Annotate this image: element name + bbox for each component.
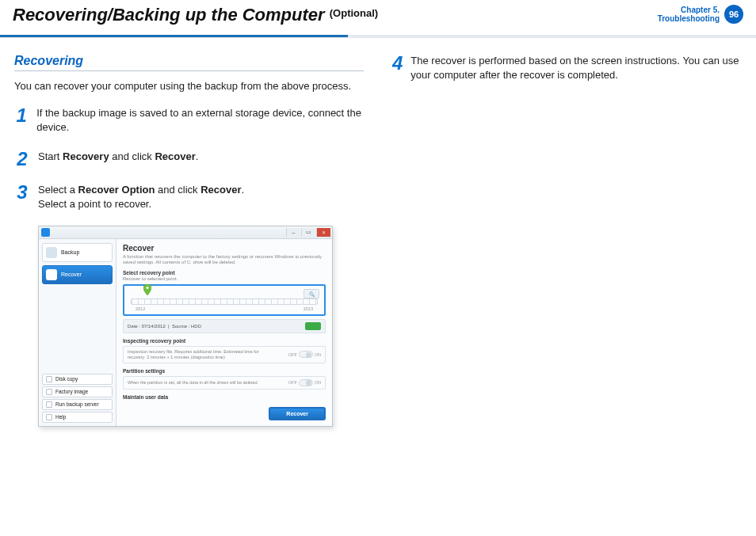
- text-bold: Recover: [200, 184, 241, 196]
- step-number: 3: [14, 183, 30, 211]
- text-frag: and click: [155, 184, 200, 196]
- sidebar-item-label: Recover: [61, 272, 82, 277]
- step-number: 4: [392, 54, 403, 82]
- sidebar-item-backup[interactable]: Backup: [42, 243, 113, 262]
- recovery-point-info: Date : 07/14/2012 | Source : HDD: [123, 319, 326, 333]
- info-text: Date : 07/14/2012 | Source : HDD: [128, 324, 201, 329]
- panel-desc: A function that recovers the computer to…: [123, 254, 326, 265]
- sidebar-item-recover[interactable]: Recover: [42, 265, 113, 284]
- text-frag: and click: [109, 150, 155, 162]
- inspecting-toggle[interactable]: OFF ON: [288, 351, 321, 358]
- recover-icon: [46, 269, 57, 280]
- sidebar-btn-disk-copy[interactable]: Disk copy: [42, 374, 113, 385]
- step-1: 1 If the backup image is saved to an ext…: [14, 106, 364, 135]
- text-bold: Recover Option: [78, 184, 155, 196]
- sidebar-btn-help[interactable]: Help: [42, 412, 113, 423]
- step-3: 3 Select a Recover Option and click Reco…: [14, 183, 364, 211]
- toggle-off-label: OFF: [288, 352, 297, 358]
- sidebar-item-label: Backup: [61, 249, 79, 255]
- chapter-line1: Chapter 5.: [658, 6, 720, 15]
- option-desc: When the partition is set, all the data …: [128, 380, 258, 386]
- title-optional: (Optional): [330, 7, 378, 19]
- page-number: 96: [729, 10, 739, 19]
- column-right: 4 The recover is performed based on the …: [392, 54, 742, 427]
- window-minimize-button[interactable]: –: [286, 228, 300, 237]
- partition-toggle[interactable]: OFF ON: [288, 379, 321, 386]
- sidebar-btn-run-backup-server[interactable]: Run backup server: [42, 399, 113, 410]
- step-number: 1: [14, 106, 29, 135]
- label: Source :: [172, 324, 189, 329]
- recover-button[interactable]: Recover: [269, 407, 326, 420]
- select-recovery-point-heading: Select recovery point: [123, 270, 326, 276]
- backup-icon: [46, 247, 57, 258]
- page-body: Recovering You can recover your computer…: [0, 38, 756, 427]
- label: Date :: [128, 324, 140, 329]
- sidebar-btn-label: Disk copy: [55, 376, 78, 382]
- source-badge-icon: [305, 322, 321, 330]
- text-frag: Select a: [38, 184, 78, 196]
- help-icon: [46, 414, 52, 420]
- sidebar-btn-label: Help: [55, 414, 66, 420]
- chapter-line2: Troubleshooting: [658, 14, 720, 24]
- window-maximize-button[interactable]: ▭: [301, 228, 315, 237]
- recovering-intro: You can recover your computer using the …: [14, 79, 364, 93]
- sidebar-btn-label: Run backup server: [55, 401, 99, 407]
- separator: |: [168, 324, 170, 329]
- text-frag: Start: [38, 150, 63, 162]
- value: 07/14/2012: [142, 324, 166, 329]
- step-1-text: If the backup image is saved to an exter…: [36, 106, 364, 135]
- toggle-switch-icon: [299, 351, 313, 358]
- timeline-year: 2012: [136, 306, 145, 311]
- inspecting-heading: Inspecting recovery point: [123, 338, 326, 344]
- partition-heading: Partition settings: [123, 368, 326, 374]
- partition-row: When the partition is set, all the data …: [123, 376, 326, 390]
- sidebar-btn-label: Factory image: [55, 389, 88, 394]
- window-titlebar: – ▭ ×: [39, 226, 332, 239]
- header-divider: [0, 35, 756, 37]
- sidebar-btn-factory-image[interactable]: Factory image: [42, 386, 113, 397]
- text-bold: Recovery: [63, 150, 109, 162]
- step-2-text: Start Recovery and click Recover.: [38, 150, 198, 169]
- sidebar-top: Backup Recover: [39, 239, 116, 291]
- select-recovery-point-desc: Recover to selected point.: [123, 276, 326, 281]
- panel-title: Recover: [123, 244, 326, 253]
- svg-point-0: [146, 287, 148, 289]
- toggle-switch-icon: [299, 379, 313, 386]
- header-right: Chapter 5. Troubleshooting 96: [658, 5, 743, 24]
- recovery-app-screenshot: – ▭ × Backup Recover Disk copy Factory i…: [38, 226, 333, 427]
- column-left: Recovering You can recover your computer…: [14, 54, 364, 427]
- factory-icon: [46, 389, 52, 395]
- toggle-on-label: ON: [315, 380, 321, 386]
- app-icon: [41, 228, 50, 237]
- sidebar-bottom: Disk copy Factory image Run backup serve…: [39, 369, 116, 426]
- toggle-on-label: ON: [315, 352, 321, 358]
- value: HDD: [191, 324, 201, 329]
- window-body: Backup Recover Disk copy Factory image R…: [39, 239, 332, 426]
- maintain-heading: Maintain user data: [123, 394, 326, 400]
- text-frag: The recover is performed based on the sc…: [410, 55, 680, 67]
- text-frag: .: [196, 150, 199, 162]
- page-number-badge: 96: [724, 5, 743, 24]
- timeline-track[interactable]: [131, 298, 318, 305]
- title-main: Recovering/Backing up the Computer: [13, 5, 325, 25]
- inspecting-row: Inspection recovery file. Requires addit…: [123, 346, 326, 363]
- timeline-labels: 2012 2013: [131, 305, 318, 311]
- chapter-label: Chapter 5. Troubleshooting: [658, 6, 720, 24]
- map-pin-icon[interactable]: [143, 284, 151, 295]
- section-heading-recovering: Recovering: [14, 54, 364, 71]
- zoom-button[interactable]: 🔍: [304, 289, 319, 298]
- sidebar: Backup Recover Disk copy Factory image R…: [39, 239, 116, 426]
- recovery-timeline[interactable]: 🔍 2012 2013: [123, 284, 326, 316]
- option-desc: Inspection recovery file. Requires addit…: [128, 349, 262, 359]
- text-frag: .: [242, 184, 245, 196]
- window-close-button[interactable]: ×: [316, 228, 330, 237]
- step-3-text: Select a Recover Option and click Recove…: [38, 183, 244, 211]
- text-bold: Recover: [155, 150, 195, 162]
- disk-icon: [46, 376, 52, 382]
- step-4: 4 The recover is performed based on the …: [392, 54, 742, 82]
- text-frag: Select a point to recover.: [38, 198, 151, 210]
- server-icon: [46, 401, 52, 408]
- timeline-year: 2013: [304, 306, 313, 311]
- main-panel: Recover A function that recovers the com…: [116, 239, 332, 426]
- toggle-off-label: OFF: [288, 380, 297, 386]
